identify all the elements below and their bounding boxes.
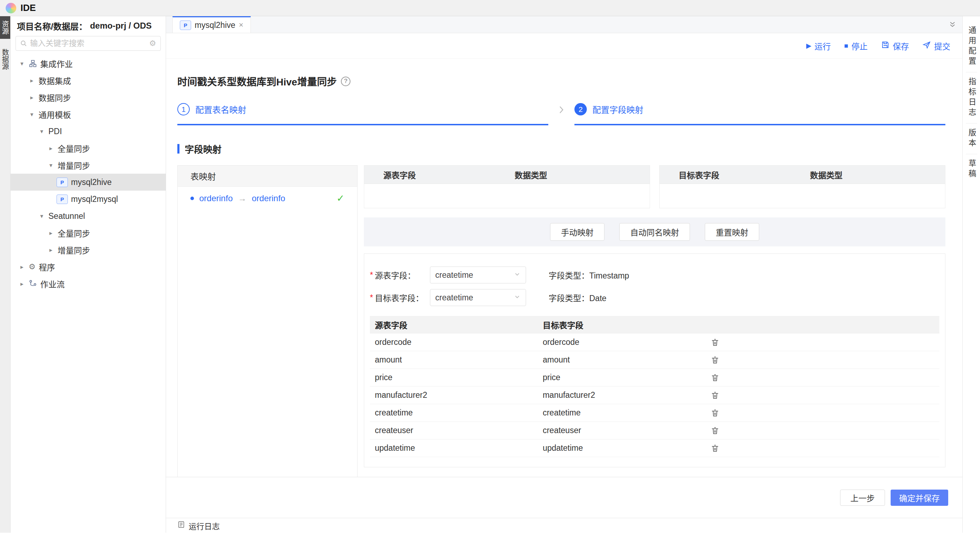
tree-item-mysql2mysql[interactable]: P mysql2mysql (11, 190, 166, 208)
manual-mapping-button[interactable]: 手动映射 (550, 223, 605, 241)
collapse-tabs-icon[interactable] (948, 21, 957, 31)
tree-label: 全量同步 (57, 227, 90, 239)
search-input[interactable] (30, 39, 146, 48)
mapping-action-bar: 手动映射 自动同名映射 重置映射 (364, 217, 945, 246)
step-field-mapping[interactable]: 2 配置字段映射 (574, 103, 945, 125)
integration-jobs-icon (29, 59, 37, 68)
job-config-content: 时间戳关系型数据库到Hive增量同步 ? 1 配置表名映射 2 配置字段映射 字 (166, 59, 963, 477)
tree-item-incr-sync-pdi[interactable]: ▾ 增量同步 (11, 157, 166, 174)
help-icon[interactable]: ? (341, 76, 350, 86)
save-button[interactable]: 保存 (881, 40, 909, 52)
column-header: 数据类型 (791, 169, 945, 181)
tree-label: Seatunnel (48, 211, 85, 221)
pdi-file-icon: P (57, 178, 68, 187)
table-mapping-row[interactable]: orderinfo → orderinfo ✓ (178, 187, 357, 210)
tree-item-common-templates[interactable]: ▾ 通用模板 (11, 106, 166, 123)
job-toolbar: ▶ 运行 ■ 停止 保存 提交 (166, 33, 963, 59)
source-table-link[interactable]: orderinfo (199, 194, 233, 203)
tree-item-full-sync-pdi[interactable]: ▸ 全量同步 (11, 140, 166, 157)
source-field-cell: manufacturer2 (375, 390, 542, 400)
caret-right-icon[interactable]: ▸ (47, 145, 54, 152)
tree-item-mysql2hive[interactable]: P mysql2hive (11, 174, 166, 190)
tree-item-pdi[interactable]: ▾ PDI (11, 123, 166, 140)
rail-tab-datasources[interactable]: 数据源 (0, 44, 10, 74)
rail-tab-resources[interactable]: 资源 (0, 16, 10, 39)
pdi-file-icon: P (57, 195, 68, 204)
caret-right-icon[interactable]: ▸ (18, 280, 25, 288)
tree-item-job-flows[interactable]: ▸ 作业流 (11, 275, 166, 292)
required-mark: * (370, 270, 373, 280)
submit-label: 提交 (934, 40, 950, 52)
arrow-right-icon: → (238, 194, 247, 203)
source-field-label: * 源表字段： (370, 269, 430, 281)
delete-row-icon[interactable] (710, 426, 721, 435)
delete-row-icon[interactable] (710, 373, 721, 382)
tree-label: mysql2mysql (71, 195, 118, 204)
section-field-mapping: 字段映射 (177, 142, 945, 155)
auto-name-mapping-button[interactable]: 自动同名映射 (619, 223, 690, 241)
rail-tab-metric-logs[interactable]: 指标日志 (966, 72, 977, 123)
caret-right-icon[interactable]: ▸ (18, 263, 25, 271)
table-row: createuser createuser (370, 422, 939, 439)
tree-item-incr-sync-seatunnel[interactable]: ▸ 增量同步 (11, 241, 166, 259)
source-field-select[interactable]: createtime (430, 266, 526, 284)
stop-icon: ■ (844, 42, 848, 49)
table-row: ordercode ordercode (370, 333, 939, 351)
search-settings-icon[interactable]: ⚙ (149, 40, 156, 47)
delete-row-icon[interactable] (710, 444, 721, 453)
table-row: updatetime updatetime (370, 439, 939, 457)
caret-down-icon[interactable]: ▾ (28, 111, 35, 118)
sidebar: 项目名称/数据层： demo-prj / ODS ⚙ ▾ 集成作业 ▸ 数据集成 (11, 16, 166, 533)
target-field-cell: amount (542, 355, 710, 365)
tree-item-data-integration[interactable]: ▸ 数据集成 (11, 72, 166, 89)
caret-right-icon[interactable]: ▸ (47, 246, 54, 254)
target-table-link[interactable]: orderinfo (252, 194, 285, 203)
table-row: manufacturer2 manufacturer2 (370, 387, 939, 404)
tree-item-integration-jobs[interactable]: ▾ 集成作业 (11, 55, 166, 72)
tree-item-full-sync-seatunnel[interactable]: ▸ 全量同步 (11, 225, 166, 241)
tree-item-seatunnel[interactable]: ▾ Seatunnel (11, 208, 166, 225)
confirm-save-button[interactable]: 确定并保存 (891, 490, 948, 506)
chevron-down-icon (514, 293, 521, 303)
rail-tab-versions[interactable]: 版本 (966, 123, 977, 154)
tab-mysql2hive[interactable]: P mysql2hive × (172, 16, 251, 33)
close-tab-icon[interactable]: × (239, 21, 243, 30)
tree-item-programs[interactable]: ▸ ⚙ 程序 (11, 259, 166, 275)
caret-down-icon[interactable]: ▾ (18, 60, 25, 67)
target-field-cell: updatetime (542, 443, 710, 453)
main-area: P mysql2hive × ▶ 运行 ■ 停止 保存 (166, 16, 963, 533)
stop-button[interactable]: ■ 停止 (844, 40, 868, 52)
delete-row-icon[interactable] (710, 408, 721, 417)
previous-step-button[interactable]: 上一步 (840, 490, 885, 506)
delete-row-icon[interactable] (710, 355, 721, 365)
run-button[interactable]: ▶ 运行 (806, 40, 831, 52)
rail-tab-common-config[interactable]: 通用配置 (966, 21, 977, 72)
delete-row-icon[interactable] (710, 338, 721, 347)
caret-down-icon[interactable]: ▾ (47, 162, 54, 169)
section-accent-bar (177, 144, 180, 154)
tree-label: PDI (48, 127, 62, 136)
target-field-cell: createtime (542, 408, 710, 417)
caret-right-icon[interactable]: ▸ (28, 77, 35, 84)
source-field-cell: ordercode (375, 338, 542, 347)
target-field-cell: createuser (542, 426, 710, 435)
column-header: 目标表字段 (542, 319, 710, 331)
project-label: 项目名称/数据层： (17, 20, 87, 32)
resource-tree: ▾ 集成作业 ▸ 数据集成 ▸ 数据同步 ▾ 通用模板 ▾ PDI (11, 55, 166, 533)
caret-right-icon[interactable]: ▸ (28, 94, 35, 101)
target-field-type: 字段类型：Date (549, 292, 606, 303)
rail-tab-drafts[interactable]: 草稿 (966, 154, 977, 185)
search-box[interactable]: ⚙ (16, 36, 161, 51)
caret-right-icon[interactable]: ▸ (47, 230, 54, 237)
caret-down-icon[interactable]: ▾ (38, 213, 45, 220)
wizard-footer: 上一步 确定并保存 (166, 477, 963, 518)
submit-button[interactable]: 提交 (923, 40, 950, 52)
delete-row-icon[interactable] (710, 391, 721, 400)
target-field-cell: manufacturer2 (542, 390, 710, 400)
reset-mapping-button[interactable]: 重置映射 (705, 223, 759, 241)
caret-down-icon[interactable]: ▾ (38, 128, 45, 135)
step-table-name-mapping[interactable]: 1 配置表名映射 (177, 103, 548, 125)
tree-item-data-sync[interactable]: ▸ 数据同步 (11, 89, 166, 106)
run-log-bar[interactable]: 运行日志 (166, 518, 963, 533)
target-field-select[interactable]: createtime (430, 289, 526, 306)
